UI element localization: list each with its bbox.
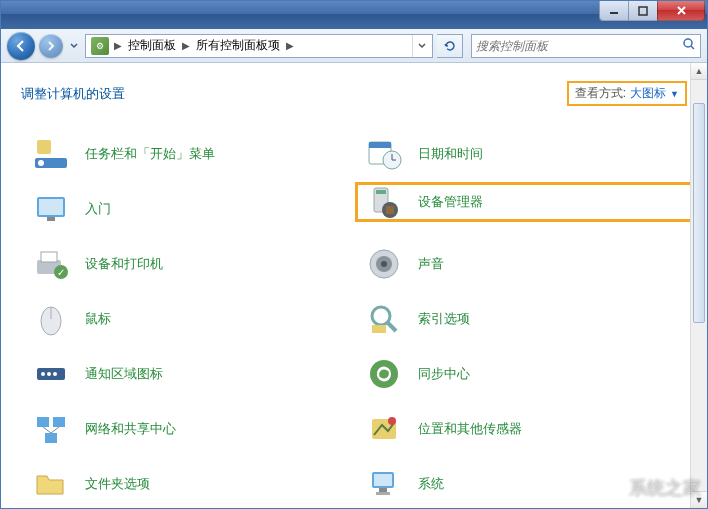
content-area: 调整计算机的设置 查看方式: 大图标 ▼ 任务栏和「开始」菜单 日期和时间 入门… bbox=[1, 63, 707, 508]
svg-rect-22 bbox=[41, 252, 57, 262]
content-header: 调整计算机的设置 查看方式: 大图标 ▼ bbox=[21, 81, 687, 106]
cp-item-notification-area[interactable]: 通知区域图标 bbox=[31, 354, 354, 394]
address-bar[interactable]: ⚙ ▶ 控制面板 ▶ 所有控制面板项 ▶ bbox=[85, 34, 433, 58]
cp-item-label: 索引选项 bbox=[418, 310, 470, 328]
refresh-button[interactable] bbox=[437, 34, 463, 58]
devices-printers-icon: ✓ bbox=[31, 244, 71, 284]
cp-item-sound[interactable]: 声音 bbox=[364, 244, 687, 284]
svg-rect-16 bbox=[47, 217, 55, 221]
svg-point-8 bbox=[38, 160, 44, 166]
folder-options-icon bbox=[31, 464, 71, 504]
svg-rect-39 bbox=[53, 417, 65, 427]
device-manager-icon bbox=[364, 182, 404, 222]
system-icon bbox=[364, 464, 404, 504]
scroll-thumb[interactable] bbox=[693, 103, 705, 323]
address-dropdown[interactable] bbox=[412, 35, 430, 57]
taskbar-icon bbox=[31, 134, 71, 174]
cp-item-label: 设备管理器 bbox=[418, 193, 483, 211]
cp-item-location[interactable]: 位置和其他传感器 bbox=[364, 409, 687, 449]
getting-started-icon bbox=[31, 189, 71, 229]
search-icon[interactable] bbox=[682, 37, 696, 54]
cp-item-label: 声音 bbox=[418, 255, 444, 273]
svg-point-27 bbox=[381, 261, 387, 267]
svg-rect-38 bbox=[37, 417, 49, 427]
history-dropdown[interactable] bbox=[67, 32, 81, 60]
cp-item-label: 系统 bbox=[418, 475, 444, 493]
sync-center-icon bbox=[364, 354, 404, 394]
cp-item-devices-printers[interactable]: ✓ 设备和打印机 bbox=[31, 244, 354, 284]
cp-item-datetime[interactable]: 日期和时间 bbox=[364, 134, 687, 174]
breadcrumb-item[interactable]: 所有控制面板项 bbox=[192, 37, 284, 54]
back-button[interactable] bbox=[7, 32, 35, 60]
svg-rect-47 bbox=[379, 488, 387, 492]
cp-item-device-manager[interactable]: 设备管理器 bbox=[355, 182, 707, 222]
svg-rect-32 bbox=[372, 325, 386, 333]
arrow-right-icon bbox=[45, 40, 57, 52]
svg-point-4 bbox=[684, 39, 692, 47]
close-button[interactable] bbox=[657, 1, 705, 21]
svg-point-37 bbox=[370, 360, 398, 388]
view-by-value: 大图标 bbox=[630, 85, 666, 102]
cp-item-system[interactable]: 系统 bbox=[364, 464, 687, 504]
search-input[interactable] bbox=[476, 39, 682, 53]
cp-item-label: 同步中心 bbox=[418, 365, 470, 383]
mouse-icon bbox=[31, 299, 71, 339]
svg-rect-18 bbox=[376, 190, 386, 194]
date-time-icon bbox=[364, 134, 404, 174]
view-by-selector[interactable]: 查看方式: 大图标 ▼ bbox=[567, 81, 687, 106]
svg-point-36 bbox=[53, 372, 57, 376]
cp-item-mouse[interactable]: 鼠标 bbox=[31, 299, 354, 339]
breadcrumb-item[interactable]: 控制面板 bbox=[124, 37, 180, 54]
scroll-up-button[interactable]: ▲ bbox=[691, 63, 707, 80]
cp-item-label: 通知区域图标 bbox=[85, 365, 163, 383]
cp-item-sync-center[interactable]: 同步中心 bbox=[364, 354, 687, 394]
sound-icon bbox=[364, 244, 404, 284]
scroll-down-button[interactable]: ▼ bbox=[691, 491, 707, 508]
breadcrumb-arrow[interactable]: ▶ bbox=[112, 40, 124, 51]
svg-rect-20 bbox=[386, 206, 394, 214]
cp-item-label: 文件夹选项 bbox=[85, 475, 150, 493]
arrow-left-icon bbox=[14, 39, 28, 53]
cp-item-taskbar[interactable]: 任务栏和「开始」菜单 bbox=[31, 134, 354, 174]
minimize-button[interactable] bbox=[599, 1, 629, 21]
breadcrumb-arrow[interactable]: ▶ bbox=[180, 40, 192, 51]
breadcrumb-arrow[interactable]: ▶ bbox=[284, 40, 296, 51]
chevron-down-icon bbox=[70, 43, 78, 49]
maximize-icon bbox=[638, 6, 648, 16]
svg-rect-46 bbox=[374, 474, 392, 486]
svg-rect-10 bbox=[369, 142, 391, 148]
titlebar bbox=[1, 1, 707, 29]
network-icon bbox=[31, 409, 71, 449]
svg-rect-7 bbox=[37, 140, 51, 154]
cp-item-folder-options[interactable]: 文件夹选项 bbox=[31, 464, 354, 504]
chevron-down-icon bbox=[418, 43, 426, 49]
svg-line-31 bbox=[387, 322, 396, 331]
page-title: 调整计算机的设置 bbox=[21, 85, 125, 103]
cp-item-label: 位置和其他传感器 bbox=[418, 420, 522, 438]
chevron-down-icon: ▼ bbox=[670, 89, 679, 99]
cp-item-indexing[interactable]: 索引选项 bbox=[364, 299, 687, 339]
window-buttons bbox=[600, 1, 705, 21]
svg-rect-15 bbox=[39, 199, 63, 215]
svg-line-5 bbox=[691, 46, 694, 49]
cp-item-label: 任务栏和「开始」菜单 bbox=[85, 145, 215, 163]
items-grid: 任务栏和「开始」菜单 日期和时间 入门 设备管理器 ✓ 设备和打印机 声音 鼠标 bbox=[21, 134, 687, 504]
cp-item-network[interactable]: 网络和共享中心 bbox=[31, 409, 354, 449]
minimize-icon bbox=[609, 6, 619, 16]
navbar: ⚙ ▶ 控制面板 ▶ 所有控制面板项 ▶ bbox=[1, 29, 707, 63]
location-sensors-icon bbox=[364, 409, 404, 449]
svg-line-41 bbox=[43, 427, 51, 433]
search-box[interactable] bbox=[471, 34, 701, 58]
forward-button[interactable] bbox=[39, 34, 63, 58]
cp-item-label: 设备和打印机 bbox=[85, 255, 163, 273]
svg-text:✓: ✓ bbox=[57, 267, 65, 278]
control-panel-icon: ⚙ bbox=[91, 37, 109, 55]
vertical-scrollbar[interactable]: ▲ ▼ bbox=[690, 63, 707, 508]
maximize-button[interactable] bbox=[628, 1, 658, 21]
cp-item-label: 鼠标 bbox=[85, 310, 111, 328]
cp-item-getting-started[interactable]: 入门 bbox=[31, 189, 354, 229]
svg-line-42 bbox=[51, 427, 59, 433]
svg-rect-40 bbox=[45, 433, 57, 443]
svg-point-44 bbox=[388, 417, 396, 425]
notification-area-icon bbox=[31, 354, 71, 394]
